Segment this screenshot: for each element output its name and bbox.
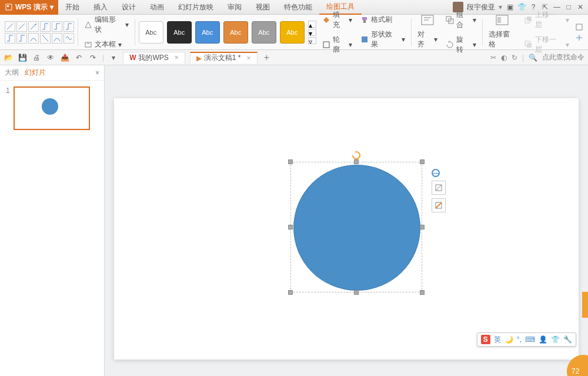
ribbon-extra[interactable] xyxy=(575,23,583,42)
tab-start[interactable]: 开始 xyxy=(58,0,86,15)
preview-icon[interactable]: 👁 xyxy=(46,53,55,62)
svg-line-30 xyxy=(436,202,442,208)
ime-lang[interactable]: 英 xyxy=(494,335,501,345)
search-icon[interactable]: 🔍 xyxy=(529,54,537,62)
style-preset-6[interactable]: Abc xyxy=(280,21,305,44)
align-icon xyxy=(420,14,435,26)
app-name: WPS 演示 xyxy=(15,2,48,12)
rotate-handle[interactable] xyxy=(352,151,361,160)
style-scroll[interactable]: ▴▾▿ xyxy=(308,21,316,44)
outline-button[interactable]: 轮廓 ▾ xyxy=(320,34,355,56)
resize-handle[interactable] xyxy=(288,159,293,164)
slide-canvas[interactable]: — xyxy=(114,98,579,360)
float-btn-1[interactable] xyxy=(432,181,446,195)
select-pane-icon xyxy=(495,14,509,26)
doctab-presentation[interactable]: ▶演示文稿1 *× xyxy=(190,52,258,64)
export-icon[interactable]: 📤 xyxy=(60,53,69,62)
format-painter-button[interactable]: 格式刷 xyxy=(358,14,407,26)
tab-design[interactable]: 设计 xyxy=(115,0,143,15)
resize-handle[interactable] xyxy=(420,290,425,295)
ime-moon-icon[interactable]: 🌙 xyxy=(505,335,513,344)
shape-effect-button[interactable]: 形状效果 ▾ xyxy=(358,28,407,51)
svg-marker-26 xyxy=(355,151,356,153)
resize-handle[interactable] xyxy=(354,290,359,295)
resize-handle[interactable] xyxy=(288,225,293,229)
shape-styles-gallery[interactable]: Abc Abc Abc Abc Abc Abc xyxy=(139,21,305,44)
style-preset-3[interactable]: Abc xyxy=(195,21,220,44)
tab-insert[interactable]: 插入 xyxy=(86,0,115,15)
svg-rect-23 xyxy=(576,24,582,30)
ime-skin-icon[interactable]: 👕 xyxy=(551,335,560,344)
svg-rect-5 xyxy=(85,42,91,47)
resize-handle[interactable] xyxy=(420,159,425,164)
resize-handle[interactable] xyxy=(354,159,359,164)
resize-handle[interactable] xyxy=(288,290,293,295)
line-shapes-gallery[interactable] xyxy=(5,21,74,44)
group-button[interactable]: 组合 ▾ xyxy=(443,9,479,31)
save-icon[interactable]: 💾 xyxy=(18,53,27,62)
print-icon[interactable]: 🖨 xyxy=(32,53,41,62)
style-preset-2[interactable]: Abc xyxy=(167,21,192,44)
svg-rect-19 xyxy=(527,16,532,21)
ime-settings-icon[interactable]: 🔧 xyxy=(563,335,572,344)
svg-rect-18 xyxy=(497,17,501,23)
open-icon[interactable]: 📂 xyxy=(4,53,13,62)
outline-tab[interactable]: 大纲 xyxy=(5,68,19,78)
svg-rect-8 xyxy=(362,17,367,20)
tab-special[interactable]: 特色功能 xyxy=(277,0,319,15)
app-logo: WPS 演示 ▾ xyxy=(0,0,58,15)
svg-rect-7 xyxy=(323,42,329,48)
ime-user-icon[interactable]: 👤 xyxy=(539,335,547,344)
edit-shape-button[interactable]: 编辑形状 ▾ xyxy=(82,14,131,36)
selection-box[interactable] xyxy=(290,162,422,292)
close-tab-icon[interactable]: × xyxy=(175,54,179,62)
textbox-button[interactable]: 文本框 ▾ xyxy=(82,38,131,51)
side-panel: 大纲 幻灯片 × 1 xyxy=(0,65,105,376)
svg-rect-10 xyxy=(362,36,368,42)
style-preset-1[interactable]: Abc xyxy=(139,21,163,44)
doctab-mywps[interactable]: W我的WPS× xyxy=(123,52,185,64)
undo-icon[interactable]: ↶ xyxy=(74,53,83,62)
ime-keyboard-icon[interactable]: ⌨ xyxy=(525,335,535,344)
rotate-button[interactable]: 旋转 ▾ xyxy=(443,34,479,56)
ime-punct-icon[interactable]: °, xyxy=(517,335,522,344)
tool-icon-1[interactable]: ✂ xyxy=(490,54,496,62)
slide-thumbnail-1[interactable] xyxy=(14,86,90,130)
style-preset-5[interactable]: Abc xyxy=(252,21,276,44)
close-panel-icon[interactable]: × xyxy=(95,69,99,77)
new-tab-icon[interactable]: + xyxy=(262,53,272,62)
resize-handle[interactable] xyxy=(420,225,425,229)
fill-button[interactable]: 填充 ▾ xyxy=(320,9,355,31)
circle-shape[interactable] xyxy=(293,165,420,291)
style-preset-4[interactable]: Abc xyxy=(223,21,248,44)
tool-icon-2[interactable]: ◐ xyxy=(501,54,507,62)
svg-line-2 xyxy=(19,24,25,29)
sogou-icon[interactable]: S xyxy=(481,335,490,344)
svg-marker-16 xyxy=(449,41,450,43)
slide-number: 1 xyxy=(6,86,10,130)
tab-animation[interactable]: 动画 xyxy=(143,0,171,15)
side-handle[interactable] xyxy=(582,292,588,318)
tab-view[interactable]: 视图 xyxy=(249,0,277,15)
search-command[interactable]: 点此查找命令 xyxy=(542,52,584,62)
bring-forward-button: 上移一层 ▾ xyxy=(522,9,572,31)
select-pane-button[interactable]: 选择窗格 xyxy=(486,28,519,51)
svg-line-1 xyxy=(7,24,13,29)
close-icon[interactable]: ✕ xyxy=(576,3,584,11)
svg-rect-22 xyxy=(527,43,532,48)
menu-tabs: 开始 插入 设计 动画 幻灯片放映 审阅 视图 特色功能 绘图工具 xyxy=(58,0,453,15)
ribbon: 编辑形状 ▾ 文本框 ▾ Abc Abc Abc Abc Abc Abc ▴▾▿… xyxy=(0,15,588,50)
canvas-area[interactable]: — xyxy=(105,65,588,376)
tab-review[interactable]: 审阅 xyxy=(220,0,249,15)
float-btn-2[interactable] xyxy=(432,198,446,212)
collapse-icon[interactable]: — xyxy=(432,169,440,177)
slides-tab[interactable]: 幻灯片 xyxy=(25,68,46,78)
close-tab-icon[interactable]: × xyxy=(247,54,251,62)
tab-slideshow[interactable]: 幻灯片放映 xyxy=(171,0,220,15)
tool-icon-3[interactable]: ↻ xyxy=(512,54,517,62)
align-button[interactable]: 对齐 ▾ xyxy=(415,28,440,51)
skin-icon[interactable]: ▣ xyxy=(506,3,514,11)
redo-icon[interactable]: ↷ xyxy=(88,53,98,62)
home-icon[interactable]: ▾ xyxy=(109,53,118,62)
ime-bar[interactable]: S 英 🌙 °, ⌨ 👤 👕 🔧 xyxy=(477,332,576,347)
